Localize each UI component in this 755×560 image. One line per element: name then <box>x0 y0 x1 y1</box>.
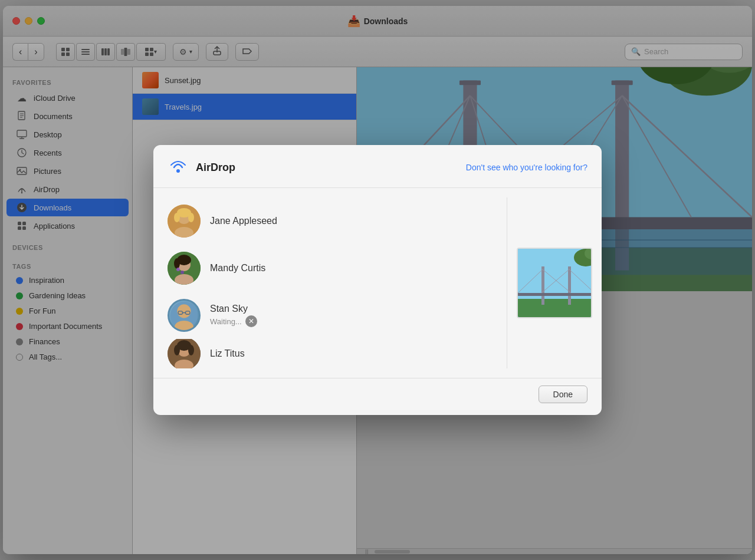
svg-point-76 <box>188 345 194 355</box>
contact-status-stan: Waiting... ✕ <box>210 315 257 327</box>
modal-title-group: AirDrop <box>168 157 235 178</box>
modal-body: Jane Appleseed <box>153 188 602 378</box>
svg-rect-79 <box>518 299 592 318</box>
svg-rect-81 <box>568 266 571 305</box>
waiting-text: Waiting... <box>210 317 242 326</box>
avatar-jane <box>168 205 201 238</box>
contact-item-jane[interactable]: Jane Appleseed <box>153 197 507 245</box>
modal-title: AirDrop <box>196 162 235 174</box>
svg-point-63 <box>174 258 180 269</box>
modal-header: AirDrop Don't see who you're looking for… <box>153 145 602 188</box>
modal-preview-area <box>507 193 602 373</box>
avatar-mandy <box>168 252 201 285</box>
svg-point-65 <box>180 271 184 274</box>
svg-point-58 <box>188 213 194 222</box>
airdrop-modal-icon <box>168 157 189 178</box>
done-button[interactable]: Done <box>539 386 587 403</box>
modal-footer: Done <box>153 378 602 415</box>
contact-name-mandy: Mandy Curtis <box>210 263 265 274</box>
airdrop-file-thumbnail <box>517 248 592 318</box>
svg-point-77 <box>174 345 180 355</box>
contact-name-jane: Jane Appleseed <box>210 216 277 226</box>
modal-overlay: AirDrop Don't see who you're looking for… <box>0 0 755 560</box>
modal-help-link[interactable]: Don't see who you're looking for? <box>466 163 587 172</box>
contacts-list: Jane Appleseed <box>153 193 507 373</box>
svg-point-64 <box>176 268 180 271</box>
contact-item-liz[interactable]: Liz Titus <box>153 339 507 368</box>
contact-info-stan: Stan Sky Waiting... ✕ <box>210 304 257 327</box>
avatar-liz <box>168 339 201 368</box>
contact-item-mandy[interactable]: Mandy Curtis <box>153 245 507 292</box>
svg-rect-80 <box>541 266 544 305</box>
contact-name-stan: Stan Sky <box>210 304 257 314</box>
cancel-button-stan[interactable]: ✕ <box>245 315 257 327</box>
contact-item-stan[interactable]: Stan Sky Waiting... ✕ <box>153 292 507 339</box>
airdrop-modal: AirDrop Don't see who you're looking for… <box>153 145 602 415</box>
svg-rect-82 <box>518 293 592 296</box>
svg-point-57 <box>174 213 180 222</box>
avatar-stan <box>168 299 201 332</box>
contact-name-liz: Liz Titus <box>210 348 245 359</box>
svg-point-52 <box>176 169 180 173</box>
